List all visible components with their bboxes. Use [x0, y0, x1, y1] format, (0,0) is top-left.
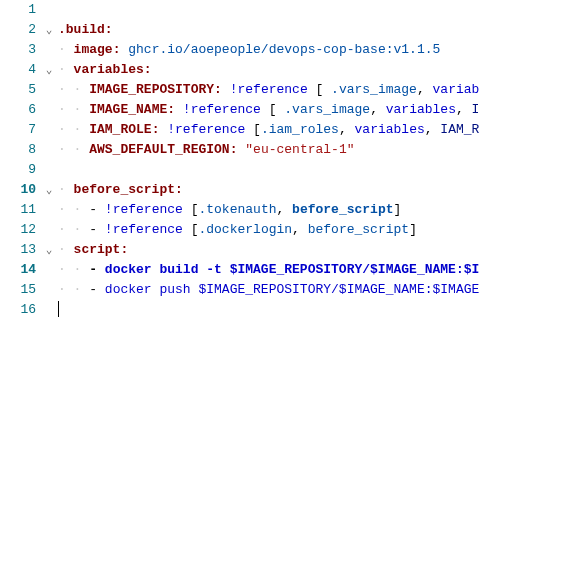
yaml-value: ghcr.io/aoepeople/devops-cop-base:v1.1.5 [128, 42, 440, 57]
line-number-gutter: 1 2 3 4 5 6 7 8 9 10 11 12 13 14 15 16 [0, 0, 40, 320]
yaml-ref: .tokenauth [198, 202, 276, 217]
yaml-word: variables [355, 122, 425, 137]
yaml-tag: !reference [230, 82, 308, 97]
yaml-word: variab [433, 82, 480, 97]
fold-toggle[interactable]: ⌄ [40, 240, 58, 260]
yaml-key: variables [74, 62, 144, 77]
code-line[interactable]: .build: [58, 20, 575, 40]
yaml-ref: .vars_image [331, 82, 417, 97]
line-number: 1 [0, 0, 36, 20]
code-line[interactable]: · script: [58, 240, 575, 260]
yaml-tag: !reference [105, 202, 183, 217]
code-line[interactable]: · · IMAGE_REPOSITORY: !reference [ .vars… [58, 80, 575, 100]
code-line[interactable] [58, 160, 575, 180]
code-line[interactable]: · · - docker build -t $IMAGE_REPOSITORY/… [58, 260, 575, 280]
line-number: 10 [0, 180, 36, 200]
text-cursor [58, 301, 59, 317]
code-line[interactable] [58, 300, 575, 320]
yaml-string: "eu-central-1" [245, 142, 354, 157]
shell-cmd: docker build -t $IMAGE_REPOSITORY/$IMAGE… [105, 262, 479, 277]
line-number: 11 [0, 200, 36, 220]
line-number: 8 [0, 140, 36, 160]
yaml-word: variables [386, 102, 456, 117]
line-number: 3 [0, 40, 36, 60]
yaml-key: before_script [74, 182, 175, 197]
shell-cmd: docker push $IMAGE_REPOSITORY/$IMAGE_NAM… [105, 282, 479, 297]
line-number: 12 [0, 220, 36, 240]
yaml-tag: !reference [183, 102, 261, 117]
code-line[interactable]: · before_script: [58, 180, 575, 200]
line-number: 14 [0, 260, 36, 280]
code-line[interactable]: · variables: [58, 60, 575, 80]
yaml-tail: IAM_R [440, 122, 479, 137]
yaml-ref: .vars_image [284, 102, 370, 117]
yaml-key: IMAGE_NAME [89, 102, 167, 117]
code-line[interactable]: · · IAM_ROLE: !reference [.iam_roles, va… [58, 120, 575, 140]
yaml-tag: !reference [105, 222, 183, 237]
yaml-key: AWS_DEFAULT_REGION [89, 142, 229, 157]
fold-toggle[interactable]: ⌄ [40, 20, 58, 40]
line-number: 4 [0, 60, 36, 80]
code-line[interactable]: · · IMAGE_NAME: !reference [ .vars_image… [58, 100, 575, 120]
yaml-tag: !reference [167, 122, 245, 137]
yaml-tail: I [472, 102, 480, 117]
line-number: 15 [0, 280, 36, 300]
line-number: 2 [0, 20, 36, 40]
yaml-word: before_script [292, 202, 393, 217]
code-line[interactable] [58, 0, 575, 20]
code-line[interactable]: · · AWS_DEFAULT_REGION: "eu-central-1" [58, 140, 575, 160]
fold-gutter: ⌄ ⌄ ⌄ ⌄ [40, 0, 58, 320]
line-number: 6 [0, 100, 36, 120]
code-line[interactable]: · · - !reference [.tokenauth, before_scr… [58, 200, 575, 220]
code-area[interactable]: .build: · image: ghcr.io/aoepeople/devop… [58, 0, 575, 320]
code-line[interactable]: · · - docker push $IMAGE_REPOSITORY/$IMA… [58, 280, 575, 300]
code-line[interactable]: · · - !reference [.dockerlogin, before_s… [58, 220, 575, 240]
line-number: 16 [0, 300, 36, 320]
fold-toggle[interactable]: ⌄ [40, 60, 58, 80]
line-number: 13 [0, 240, 36, 260]
fold-toggle[interactable]: ⌄ [40, 180, 58, 200]
yaml-key: IAM_ROLE [89, 122, 151, 137]
yaml-key: .build [58, 22, 105, 37]
yaml-key: image [74, 42, 113, 57]
code-line[interactable]: · image: ghcr.io/aoepeople/devops-cop-ba… [58, 40, 575, 60]
line-number: 5 [0, 80, 36, 100]
line-number: 9 [0, 160, 36, 180]
yaml-word: before_script [308, 222, 409, 237]
yaml-key: script [74, 242, 121, 257]
yaml-ref: .iam_roles [261, 122, 339, 137]
code-editor[interactable]: 1 2 3 4 5 6 7 8 9 10 11 12 13 14 15 16 ⌄… [0, 0, 575, 320]
line-number: 7 [0, 120, 36, 140]
yaml-key: IMAGE_REPOSITORY [89, 82, 214, 97]
yaml-ref: .dockerlogin [198, 222, 292, 237]
